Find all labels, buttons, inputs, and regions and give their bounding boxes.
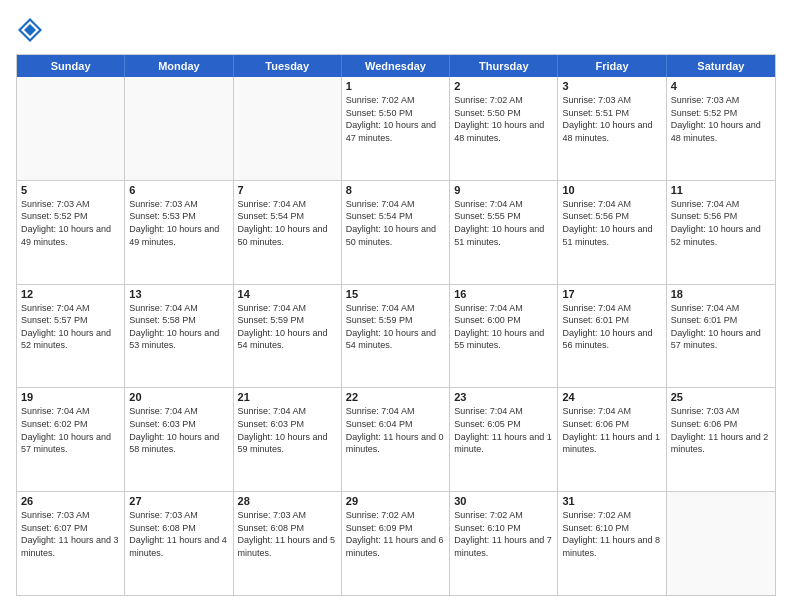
calendar-cell	[667, 492, 775, 595]
day-number: 2	[454, 80, 553, 92]
calendar-header: SundayMondayTuesdayWednesdayThursdayFrid…	[17, 55, 775, 77]
cell-info: Sunrise: 7:04 AM Sunset: 6:06 PM Dayligh…	[562, 405, 661, 455]
calendar-cell: 29Sunrise: 7:02 AM Sunset: 6:09 PM Dayli…	[342, 492, 450, 595]
cal-header-day: Wednesday	[342, 55, 450, 77]
day-number: 26	[21, 495, 120, 507]
calendar-cell: 5Sunrise: 7:03 AM Sunset: 5:52 PM Daylig…	[17, 181, 125, 284]
calendar-cell: 8Sunrise: 7:04 AM Sunset: 5:54 PM Daylig…	[342, 181, 450, 284]
cell-info: Sunrise: 7:04 AM Sunset: 6:00 PM Dayligh…	[454, 302, 553, 352]
calendar-cell: 23Sunrise: 7:04 AM Sunset: 6:05 PM Dayli…	[450, 388, 558, 491]
cell-info: Sunrise: 7:03 AM Sunset: 5:53 PM Dayligh…	[129, 198, 228, 248]
cell-info: Sunrise: 7:04 AM Sunset: 6:03 PM Dayligh…	[238, 405, 337, 455]
cell-info: Sunrise: 7:02 AM Sunset: 6:09 PM Dayligh…	[346, 509, 445, 559]
cell-info: Sunrise: 7:03 AM Sunset: 6:06 PM Dayligh…	[671, 405, 771, 455]
calendar-cell: 12Sunrise: 7:04 AM Sunset: 5:57 PM Dayli…	[17, 285, 125, 388]
calendar-cell: 6Sunrise: 7:03 AM Sunset: 5:53 PM Daylig…	[125, 181, 233, 284]
day-number: 7	[238, 184, 337, 196]
calendar-cell: 20Sunrise: 7:04 AM Sunset: 6:03 PM Dayli…	[125, 388, 233, 491]
cell-info: Sunrise: 7:03 AM Sunset: 5:51 PM Dayligh…	[562, 94, 661, 144]
cell-info: Sunrise: 7:04 AM Sunset: 5:55 PM Dayligh…	[454, 198, 553, 248]
day-number: 28	[238, 495, 337, 507]
cal-header-day: Saturday	[667, 55, 775, 77]
cell-info: Sunrise: 7:02 AM Sunset: 6:10 PM Dayligh…	[562, 509, 661, 559]
day-number: 22	[346, 391, 445, 403]
calendar-cell	[17, 77, 125, 180]
cell-info: Sunrise: 7:03 AM Sunset: 5:52 PM Dayligh…	[21, 198, 120, 248]
day-number: 14	[238, 288, 337, 300]
cell-info: Sunrise: 7:03 AM Sunset: 6:07 PM Dayligh…	[21, 509, 120, 559]
cell-info: Sunrise: 7:02 AM Sunset: 5:50 PM Dayligh…	[454, 94, 553, 144]
day-number: 17	[562, 288, 661, 300]
day-number: 12	[21, 288, 120, 300]
calendar-cell: 7Sunrise: 7:04 AM Sunset: 5:54 PM Daylig…	[234, 181, 342, 284]
day-number: 13	[129, 288, 228, 300]
day-number: 8	[346, 184, 445, 196]
calendar-cell: 24Sunrise: 7:04 AM Sunset: 6:06 PM Dayli…	[558, 388, 666, 491]
cell-info: Sunrise: 7:02 AM Sunset: 6:10 PM Dayligh…	[454, 509, 553, 559]
cell-info: Sunrise: 7:04 AM Sunset: 5:56 PM Dayligh…	[562, 198, 661, 248]
calendar-body: 1Sunrise: 7:02 AM Sunset: 5:50 PM Daylig…	[17, 77, 775, 595]
cell-info: Sunrise: 7:04 AM Sunset: 6:01 PM Dayligh…	[671, 302, 771, 352]
day-number: 20	[129, 391, 228, 403]
calendar-cell: 2Sunrise: 7:02 AM Sunset: 5:50 PM Daylig…	[450, 77, 558, 180]
day-number: 9	[454, 184, 553, 196]
cell-info: Sunrise: 7:04 AM Sunset: 6:01 PM Dayligh…	[562, 302, 661, 352]
cell-info: Sunrise: 7:03 AM Sunset: 6:08 PM Dayligh…	[129, 509, 228, 559]
page: SundayMondayTuesdayWednesdayThursdayFrid…	[0, 0, 792, 612]
calendar-cell: 11Sunrise: 7:04 AM Sunset: 5:56 PM Dayli…	[667, 181, 775, 284]
cell-info: Sunrise: 7:04 AM Sunset: 5:57 PM Dayligh…	[21, 302, 120, 352]
day-number: 24	[562, 391, 661, 403]
calendar-row: 26Sunrise: 7:03 AM Sunset: 6:07 PM Dayli…	[17, 492, 775, 595]
calendar-cell: 25Sunrise: 7:03 AM Sunset: 6:06 PM Dayli…	[667, 388, 775, 491]
day-number: 11	[671, 184, 771, 196]
cell-info: Sunrise: 7:03 AM Sunset: 6:08 PM Dayligh…	[238, 509, 337, 559]
day-number: 25	[671, 391, 771, 403]
day-number: 10	[562, 184, 661, 196]
day-number: 18	[671, 288, 771, 300]
calendar-cell: 13Sunrise: 7:04 AM Sunset: 5:58 PM Dayli…	[125, 285, 233, 388]
cell-info: Sunrise: 7:04 AM Sunset: 6:05 PM Dayligh…	[454, 405, 553, 455]
day-number: 5	[21, 184, 120, 196]
calendar-cell: 26Sunrise: 7:03 AM Sunset: 6:07 PM Dayli…	[17, 492, 125, 595]
calendar-cell: 16Sunrise: 7:04 AM Sunset: 6:00 PM Dayli…	[450, 285, 558, 388]
calendar-cell: 1Sunrise: 7:02 AM Sunset: 5:50 PM Daylig…	[342, 77, 450, 180]
calendar-cell: 28Sunrise: 7:03 AM Sunset: 6:08 PM Dayli…	[234, 492, 342, 595]
cell-info: Sunrise: 7:04 AM Sunset: 5:58 PM Dayligh…	[129, 302, 228, 352]
calendar-cell: 14Sunrise: 7:04 AM Sunset: 5:59 PM Dayli…	[234, 285, 342, 388]
calendar-cell: 3Sunrise: 7:03 AM Sunset: 5:51 PM Daylig…	[558, 77, 666, 180]
day-number: 21	[238, 391, 337, 403]
cell-info: Sunrise: 7:04 AM Sunset: 6:03 PM Dayligh…	[129, 405, 228, 455]
cell-info: Sunrise: 7:04 AM Sunset: 6:02 PM Dayligh…	[21, 405, 120, 455]
header	[16, 16, 776, 44]
day-number: 6	[129, 184, 228, 196]
calendar-cell: 31Sunrise: 7:02 AM Sunset: 6:10 PM Dayli…	[558, 492, 666, 595]
calendar-cell: 19Sunrise: 7:04 AM Sunset: 6:02 PM Dayli…	[17, 388, 125, 491]
calendar-row: 12Sunrise: 7:04 AM Sunset: 5:57 PM Dayli…	[17, 285, 775, 389]
calendar-cell: 4Sunrise: 7:03 AM Sunset: 5:52 PM Daylig…	[667, 77, 775, 180]
calendar-cell: 18Sunrise: 7:04 AM Sunset: 6:01 PM Dayli…	[667, 285, 775, 388]
day-number: 19	[21, 391, 120, 403]
calendar-cell: 27Sunrise: 7:03 AM Sunset: 6:08 PM Dayli…	[125, 492, 233, 595]
day-number: 4	[671, 80, 771, 92]
calendar-row: 1Sunrise: 7:02 AM Sunset: 5:50 PM Daylig…	[17, 77, 775, 181]
day-number: 31	[562, 495, 661, 507]
calendar-cell: 15Sunrise: 7:04 AM Sunset: 5:59 PM Dayli…	[342, 285, 450, 388]
day-number: 16	[454, 288, 553, 300]
calendar-cell: 30Sunrise: 7:02 AM Sunset: 6:10 PM Dayli…	[450, 492, 558, 595]
calendar: SundayMondayTuesdayWednesdayThursdayFrid…	[16, 54, 776, 596]
day-number: 27	[129, 495, 228, 507]
calendar-cell: 21Sunrise: 7:04 AM Sunset: 6:03 PM Dayli…	[234, 388, 342, 491]
calendar-cell: 9Sunrise: 7:04 AM Sunset: 5:55 PM Daylig…	[450, 181, 558, 284]
calendar-cell: 17Sunrise: 7:04 AM Sunset: 6:01 PM Dayli…	[558, 285, 666, 388]
day-number: 29	[346, 495, 445, 507]
calendar-cell: 22Sunrise: 7:04 AM Sunset: 6:04 PM Dayli…	[342, 388, 450, 491]
cell-info: Sunrise: 7:04 AM Sunset: 5:54 PM Dayligh…	[346, 198, 445, 248]
calendar-cell: 10Sunrise: 7:04 AM Sunset: 5:56 PM Dayli…	[558, 181, 666, 284]
cell-info: Sunrise: 7:04 AM Sunset: 5:54 PM Dayligh…	[238, 198, 337, 248]
day-number: 23	[454, 391, 553, 403]
cell-info: Sunrise: 7:04 AM Sunset: 6:04 PM Dayligh…	[346, 405, 445, 455]
calendar-row: 5Sunrise: 7:03 AM Sunset: 5:52 PM Daylig…	[17, 181, 775, 285]
day-number: 30	[454, 495, 553, 507]
calendar-row: 19Sunrise: 7:04 AM Sunset: 6:02 PM Dayli…	[17, 388, 775, 492]
cell-info: Sunrise: 7:04 AM Sunset: 5:56 PM Dayligh…	[671, 198, 771, 248]
